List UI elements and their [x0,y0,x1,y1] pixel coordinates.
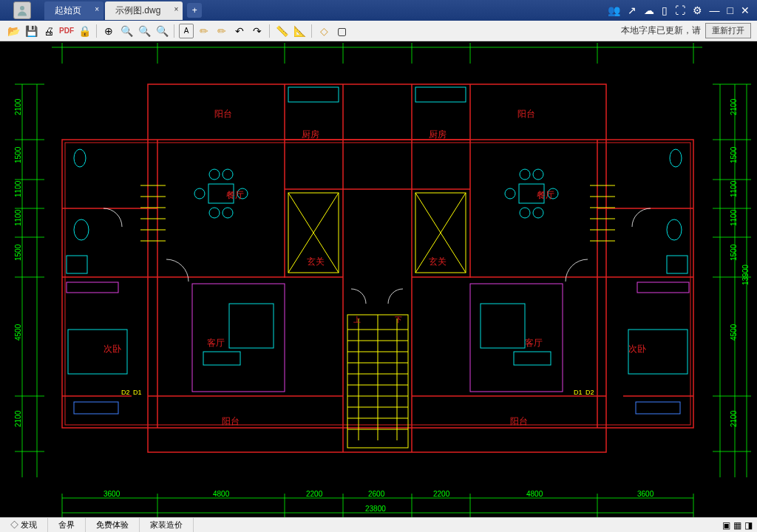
svg-text:3600: 3600 [103,490,120,498]
svg-rect-137 [229,304,274,348]
print-icon[interactable]: 🖨 [41,24,56,38]
pencil-icon[interactable]: ✏ [197,24,211,38]
svg-text:3600: 3600 [637,490,654,498]
svg-point-121 [223,208,233,218]
toolbar: 📂 💾 🖨 PDF 🔒 ⊕ 🔍 🔍 🔍 A ✏ ✏ ↶ ↷ 📏 📐 ◇ ▢ 本地… [0,21,757,41]
svg-text:玄关: 玄关 [429,256,447,267]
status-cost[interactable]: 家装造价 [140,518,194,532]
svg-point-119 [223,169,233,180]
maximize-icon[interactable]: □ [727,4,733,16]
status-bar: ◇ 发现 舍界 免费体验 家装造价 ▣ ▦ ◨ [0,517,757,532]
svg-text:1500: 1500 [730,244,738,261]
drawing-canvas[interactable]: 23800 3600 4800 2200 2600 2200 4800 3600… [0,41,757,517]
svg-point-123 [505,188,515,199]
update-msg: 本地字库已更新，请 [621,24,701,37]
zoom-in-icon[interactable]: 🔍 [119,24,134,38]
svg-rect-139 [203,352,240,365]
close-icon[interactable]: × [95,5,99,13]
measure-icon[interactable]: 📏 [274,24,289,38]
svg-text:13900: 13900 [741,265,750,285]
svg-rect-147 [74,402,118,414]
panel-icon[interactable]: ◨ [744,520,753,531]
svg-rect-145 [192,284,285,392]
highlight-icon[interactable]: ✏ [214,24,229,38]
svg-text:2600: 2600 [368,490,385,498]
svg-rect-146 [470,284,563,392]
svg-text:2100: 2100 [730,410,738,427]
svg-text:厨房: 厨房 [302,129,319,140]
svg-point-128 [533,208,543,218]
share-icon[interactable]: ↗ [628,4,637,16]
svg-text:阳台: 阳台 [510,416,528,426]
svg-text:阳台: 阳台 [214,109,232,119]
redo-icon[interactable]: ↷ [250,24,265,38]
svg-text:D2: D2 [121,389,130,396]
layout-icon[interactable]: ▢ [334,24,349,38]
layers-icon[interactable]: ◇ [316,24,331,38]
grid-icon[interactable]: ▦ [733,520,741,531]
zoom-extents-icon[interactable]: ⊕ [101,24,116,38]
users-icon[interactable]: 👥 [608,4,620,16]
svg-point-135 [74,149,86,167]
zoom-out-icon[interactable]: 🔍 [155,24,169,38]
svg-text:4500: 4500 [14,324,22,341]
svg-text:厨房: 厨房 [429,129,447,140]
svg-text:2200: 2200 [433,490,450,498]
svg-text:玄关: 玄关 [307,256,325,267]
svg-text:2100: 2100 [14,98,22,115]
close-icon[interactable]: ✕ [741,4,750,16]
status-world[interactable]: 舍界 [48,518,86,532]
svg-point-136 [670,149,682,167]
svg-rect-143 [67,282,118,293]
tab-add-button[interactable]: + [187,3,202,18]
svg-rect-138 [481,304,525,348]
svg-text:阳台: 阳台 [222,416,240,426]
tab-file[interactable]: 示例图.dwg× [105,1,183,20]
minimize-icon[interactable]: — [710,4,720,16]
svg-text:次卧: 次卧 [103,344,121,354]
svg-text:2100: 2100 [730,98,738,115]
svg-text:1500: 1500 [730,146,738,163]
phone-icon[interactable]: ▯ [662,4,668,16]
svg-text:次卧: 次卧 [628,344,646,354]
status-discover[interactable]: ◇ 发现 [0,518,48,532]
svg-point-120 [209,208,220,218]
undo-icon[interactable]: ↶ [232,24,247,38]
reload-button[interactable]: 重新打开 [705,23,751,38]
svg-text:1500: 1500 [14,146,22,163]
svg-point-118 [209,169,220,180]
svg-text:4500: 4500 [730,324,738,341]
svg-point-126 [533,169,543,180]
text-icon[interactable]: A [179,24,194,38]
svg-point-133 [667,219,682,240]
svg-point-127 [520,208,530,218]
view-icon[interactable]: ▣ [722,520,730,531]
measure2-icon[interactable]: 📐 [292,24,307,38]
zoom-window-icon[interactable]: 🔍 [137,24,152,38]
fullscreen-icon[interactable]: ⛶ [675,4,685,16]
svg-text:1500: 1500 [14,244,22,261]
open-icon[interactable]: 📂 [6,24,21,38]
lock-icon[interactable]: 🔒 [77,24,92,38]
svg-text:D1: D1 [133,389,142,396]
gear-icon[interactable]: ⚙ [693,4,702,16]
svg-text:2100: 2100 [14,410,22,427]
user-avatar[interactable] [6,0,38,21]
svg-text:客厅: 客厅 [525,338,543,348]
title-bar: 起始页× 示例图.dwg× + 👥 ↗ ☁ ▯ ⛶ ⚙ — □ ✕ [0,0,757,21]
svg-text:D1: D1 [574,389,583,396]
tab-start[interactable]: 起始页× [44,1,103,20]
wechat-icon[interactable]: ☁ [644,4,654,16]
svg-text:1100: 1100 [14,209,22,226]
svg-text:23800: 23800 [365,505,386,513]
svg-rect-132 [67,256,87,273]
close-icon[interactable]: × [174,5,179,13]
svg-text:4800: 4800 [213,490,230,498]
pdf-icon[interactable]: PDF [59,24,74,38]
save-icon[interactable]: 💾 [24,24,38,38]
status-trial[interactable]: 免费体验 [86,518,140,532]
svg-rect-140 [514,352,551,365]
svg-point-0 [20,6,24,10]
svg-text:下: 下 [395,316,402,324]
svg-point-125 [520,169,530,180]
